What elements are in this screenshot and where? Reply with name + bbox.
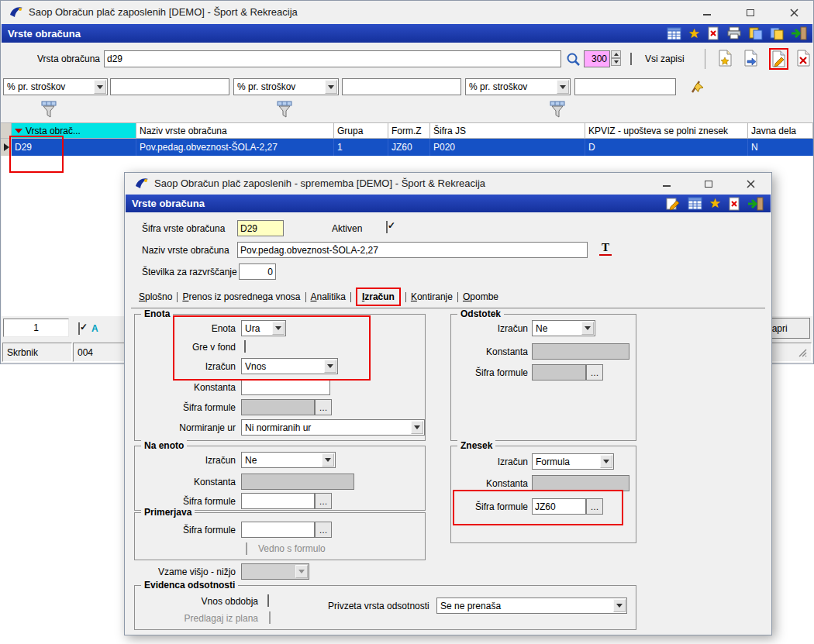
tab-prenos[interactable]: Prenos iz posrednega vnosa [182, 291, 300, 302]
filter-funnel-icon-1[interactable] [41, 101, 57, 119]
active-filter-checkbox[interactable] [78, 322, 80, 335]
naenoto-formula-input[interactable] [241, 493, 315, 509]
odstotek-calc-select[interactable]: Ne [532, 320, 595, 336]
chevron-down-icon [557, 80, 569, 94]
grid-cell-javna[interactable]: N [748, 139, 813, 156]
filter-input-3[interactable] [574, 78, 676, 95]
paste-icon[interactable] [770, 26, 784, 40]
znesek-formula-lookup-button[interactable]: … [586, 498, 603, 515]
filter-input-2[interactable] [342, 78, 461, 95]
tab-opombe[interactable]: Opombe [463, 291, 498, 302]
clear-filter-icon[interactable] [689, 77, 706, 95]
tab-splosno[interactable]: Splošno [139, 291, 172, 302]
record-limit-input[interactable]: 300 [584, 50, 610, 67]
search-label: Vrsta obračuna [9, 53, 100, 64]
primerjava-always-checkbox [246, 542, 247, 555]
code-input[interactable] [237, 220, 284, 236]
close-button[interactable] [737, 173, 764, 195]
active-filter-label: A [91, 323, 98, 334]
naenoto-calc-select[interactable]: Ne [241, 452, 336, 468]
grid-cell-grupa[interactable]: 1 [334, 139, 388, 156]
sort-label: Številka za razvrščanje [142, 267, 237, 277]
name-input[interactable] [237, 242, 588, 258]
naenoto-calc-label: Izračun [131, 455, 236, 466]
chevron-down-icon [295, 565, 308, 578]
all-records-checkbox[interactable] [630, 53, 632, 65]
maximize-button[interactable] [695, 173, 722, 195]
filter-select-1[interactable]: % pr. stroškov [3, 78, 108, 95]
search-icon[interactable] [566, 52, 581, 67]
close-icon [747, 180, 755, 188]
tab-kontiranje[interactable]: Kontiranje [411, 291, 453, 302]
record-limit-stepper[interactable] [611, 50, 621, 66]
grid-header-naziv[interactable]: Naziv vrste obračuna [136, 122, 334, 139]
table-icon[interactable] [667, 27, 681, 40]
grid-header-kpviz[interactable]: KPVIZ - upošteva se polni znesek [585, 122, 748, 139]
copy-icon[interactable] [749, 26, 763, 40]
record-count: 1 [3, 319, 69, 337]
text-format-icon[interactable]: T [599, 241, 612, 256]
grid-header-sifrajs[interactable]: Šifra JS [430, 122, 585, 139]
primerjava-formula-lookup-button[interactable]: … [315, 522, 332, 538]
grid-cell-naziv[interactable]: Pov.pedag.obveznost-ŠOLA-2,27 [136, 139, 334, 156]
spin-down-icon[interactable] [611, 58, 621, 66]
dialog-titlebar[interactable]: Saop Obračun plač zaposlenih - sprememba… [125, 173, 771, 195]
grid-header-vrsta[interactable]: Vrsta obrač... [12, 122, 136, 139]
znesek-calc-select[interactable]: Formula [532, 453, 614, 470]
grid-cell-vrsta[interactable]: D29 [12, 139, 136, 156]
close-form-icon[interactable] [728, 197, 740, 211]
minimize-button[interactable] [694, 1, 720, 24]
enota-fond-checkbox[interactable] [244, 340, 246, 353]
filter-select-2[interactable]: % pr. stroškov [233, 78, 339, 95]
record-new-icon[interactable] [718, 50, 733, 67]
filter-input-1[interactable] [110, 78, 229, 95]
enota-formula-lookup-button[interactable]: … [315, 399, 332, 415]
edit-icon[interactable] [666, 196, 681, 211]
favorites-star-icon[interactable]: ★ [709, 197, 721, 210]
record-delete-icon[interactable] [796, 50, 811, 67]
status-user: Skrbnik [2, 343, 72, 362]
exit-icon[interactable] [747, 197, 764, 211]
maximize-button[interactable] [737, 1, 764, 24]
grid-header-grupa[interactable]: Grupa [334, 122, 388, 139]
enota-calc-select[interactable]: Vnos [241, 358, 338, 374]
odstotek-formula-lookup-button[interactable]: … [586, 364, 603, 381]
tab-underline [131, 308, 765, 308]
chevron-down-icon [325, 80, 337, 94]
sort-input[interactable] [239, 263, 276, 280]
naenoto-formula-lookup-button[interactable]: … [315, 493, 332, 509]
record-edit-icon[interactable] [771, 50, 786, 67]
evidenca-period-checkbox[interactable] [267, 594, 269, 607]
evidenca-default-select[interactable]: Se ne prenaša [436, 598, 627, 614]
enota-norm-select[interactable]: Ni normiranih ur [241, 419, 425, 436]
grid-cell-sifrajs[interactable]: P020 [430, 139, 585, 156]
grid-header-formz[interactable]: Form.Z [388, 122, 430, 139]
minimize-button[interactable] [654, 173, 680, 195]
primerjava-formula-label: Šifra formule [131, 525, 236, 536]
grid-cell-kpviz[interactable]: D [585, 139, 748, 156]
filter-funnel-icon-2[interactable] [277, 101, 292, 119]
naenoto-const-input [241, 474, 354, 490]
grid-cell-formz[interactable]: JZ60 [388, 139, 430, 156]
active-checkbox[interactable] [386, 221, 388, 233]
grid-header-javna[interactable]: Javna dela [748, 122, 813, 139]
tab-izracun[interactable]: Izračun [356, 288, 401, 306]
close-button[interactable] [781, 1, 807, 24]
znesek-formula-input[interactable] [532, 498, 586, 515]
search-input[interactable] [104, 50, 561, 67]
spin-up-icon[interactable] [611, 50, 621, 58]
enota-const-input[interactable] [241, 379, 330, 395]
print-icon[interactable] [726, 26, 742, 40]
table-icon[interactable] [688, 197, 702, 210]
filter-funnel-icon-3[interactable] [550, 101, 565, 119]
primerjava-formula-input[interactable] [241, 522, 315, 538]
main-titlebar[interactable]: Saop Obračun plač zaposlenih [DEMO] - Šp… [1, 1, 813, 24]
filter-select-3[interactable]: % pr. stroškov [465, 78, 571, 95]
close-form-icon[interactable] [707, 26, 719, 40]
tab-analitika[interactable]: Analitika [311, 291, 346, 302]
status-resize[interactable] [771, 343, 812, 362]
favorites-star-icon[interactable]: ★ [688, 27, 700, 40]
exit-icon[interactable] [791, 26, 807, 40]
record-copy-icon[interactable] [743, 50, 758, 67]
enota-unit-select[interactable]: Ura [241, 320, 286, 336]
